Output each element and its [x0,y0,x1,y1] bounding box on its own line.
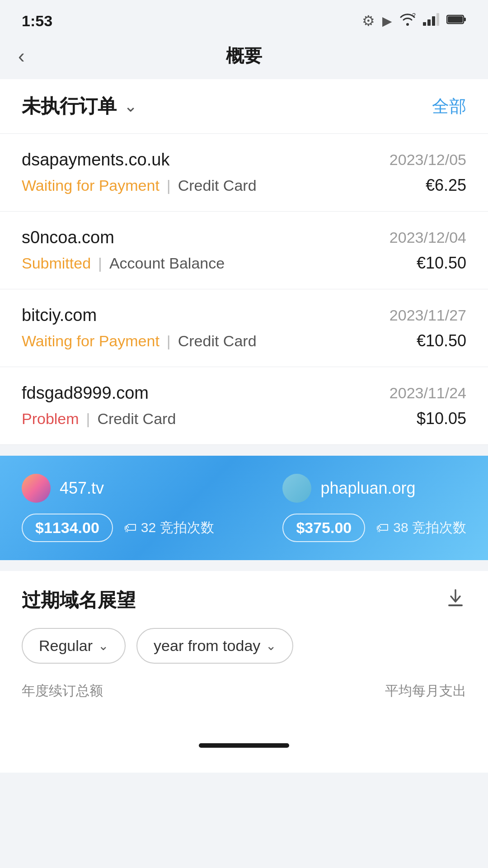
filter-chevron-icon: ⌄ [98,638,108,653]
filter-year-label: year from today [154,637,260,655]
order-date: 2023/12/04 [389,229,466,246]
order-domain: s0ncoa.com [22,228,114,247]
order-status-row: Waiting for Payment | Credit Card [22,332,257,350]
status-badge: Waiting for Payment [22,177,160,194]
filter-regular-label: Regular [39,637,93,655]
order-domain: dsapayments.co.uk [22,150,169,170]
wifi-icon: ? [399,13,416,29]
section-all-button[interactable]: 全部 [432,95,466,118]
svg-rect-6 [464,18,466,21]
play-icon: ▶ [382,14,392,28]
auction-bids: 🏷 38 竞拍次数 [376,519,466,537]
order-status-row: Submitted | Account Balance [22,255,225,272]
back-button[interactable]: ‹ [18,46,25,66]
bottom-bar [0,718,488,773]
order-amount: €10.50 [417,254,466,273]
svg-rect-1 [423,22,426,26]
tag-icon: 🏷 [376,520,389,535]
svg-rect-3 [432,16,435,26]
stat-annual-label: 年度续订总额 [22,682,103,700]
status-time: 1:53 [22,12,52,30]
battery-icon [446,14,466,28]
order-amount: €10.50 [417,331,466,350]
gear-icon: ⚙ [362,12,375,29]
filter-regular-button[interactable]: Regular ⌄ [22,628,126,664]
filter-chevron-icon: ⌄ [266,638,276,653]
table-row[interactable]: bitciy.com 2023/11/27 Waiting for Paymen… [0,289,488,367]
home-indicator [199,743,289,748]
download-icon[interactable] [445,587,466,613]
status-badge: Submitted [22,255,91,272]
auction-price: $1134.00 [22,514,113,542]
order-amount: €6.25 [426,176,466,195]
order-amount: $10.05 [417,409,466,428]
status-separator: | [167,332,171,350]
auction-price: $375.00 [282,514,365,542]
auction-item[interactable]: 457.tv $1134.00 🏷 32 竞拍次数 [22,474,214,542]
outlook-stats: 年度续订总额 平均每月支出 [22,682,466,718]
order-status-row: Waiting for Payment | Credit Card [22,177,257,194]
auction-banner: 457.tv $1134.00 🏷 32 竞拍次数 phapluan.org $… [0,456,488,560]
svg-rect-7 [448,16,463,23]
svg-rect-4 [436,13,439,26]
auction-bids: 🏷 32 竞拍次数 [124,519,214,537]
auction-domain-name: phapluan.org [320,479,415,498]
avatar [282,474,311,503]
table-row[interactable]: dsapayments.co.uk 2023/12/05 Waiting for… [0,134,488,212]
signal-icon [423,13,439,29]
order-status-row: Problem | Credit Card [22,410,176,428]
outlook-section: 过期域名展望 Regular ⌄ year from today ⌄ 年度续订总… [0,571,488,718]
status-separator: | [98,255,102,272]
status-bar: 1:53 ⚙ ▶ ? [0,0,488,36]
order-date: 2023/11/27 [389,307,466,324]
outlook-title: 过期域名展望 [22,588,136,613]
auction-info-row: $375.00 🏷 38 竞拍次数 [282,514,466,542]
svg-text:?: ? [412,13,416,19]
tag-icon: 🏷 [124,520,136,535]
outlook-filters: Regular ⌄ year from today ⌄ [22,628,466,664]
auction-bids-count: 32 竞拍次数 [141,519,214,537]
page-header: ‹ 概要 [0,36,488,79]
avatar [22,474,51,503]
order-domain: fdsgad8999.com [22,383,149,403]
order-date: 2023/11/24 [389,384,466,402]
order-domain: bitciy.com [22,306,97,325]
status-badge: Waiting for Payment [22,332,160,350]
payment-method: Credit Card [97,410,176,428]
status-badge: Problem [22,410,79,428]
order-date: 2023/12/05 [389,151,466,169]
table-row[interactable]: fdsgad8999.com 2023/11/24 Problem | Cred… [0,367,488,445]
auction-domain-row: 457.tv [22,474,214,503]
page-title: 概要 [226,43,262,68]
status-separator: | [167,177,171,194]
orders-list: dsapayments.co.uk 2023/12/05 Waiting for… [0,134,488,445]
svg-rect-2 [427,19,431,26]
orders-section-header: 未执行订单 ⌄ 全部 [0,79,488,134]
payment-method: Credit Card [178,177,257,194]
stat-monthly-label: 平均每月支出 [385,682,466,700]
filter-year-button[interactable]: year from today ⌄ [136,628,293,664]
status-separator: | [86,410,90,428]
outlook-header: 过期域名展望 [22,587,466,613]
section-chevron-icon[interactable]: ⌄ [124,97,137,116]
auction-domain-name: 457.tv [60,479,104,498]
svg-rect-8 [448,604,463,606]
status-icons: ⚙ ▶ ? [362,12,466,29]
payment-method: Account Balance [109,255,225,272]
section-title: 未执行订单 [22,94,117,119]
auction-item[interactable]: phapluan.org $375.00 🏷 38 竞拍次数 [282,474,466,542]
section-title-row[interactable]: 未执行订单 ⌄ [22,94,137,119]
auction-bids-count: 38 竞拍次数 [393,519,466,537]
table-row[interactable]: s0ncoa.com 2023/12/04 Submitted | Accoun… [0,212,488,289]
auction-info-row: $1134.00 🏷 32 竞拍次数 [22,514,214,542]
auction-domain-row: phapluan.org [282,474,466,503]
payment-method: Credit Card [178,332,257,350]
